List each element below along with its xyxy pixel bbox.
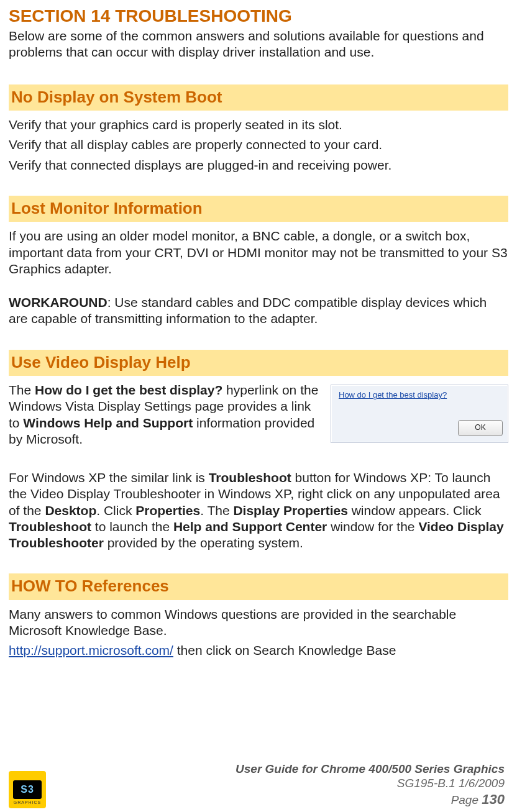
ok-button[interactable]: OK bbox=[458, 420, 503, 436]
no-display-line2: Verify that all display cables are prope… bbox=[9, 137, 508, 153]
text: For Windows XP the similar link is bbox=[9, 470, 209, 485]
lost-monitor-workaround: WORKAROUND: Use standard cables and DDC … bbox=[9, 294, 508, 327]
text: The bbox=[9, 383, 35, 397]
s3-graphics-logo: S3 GRAPHICS bbox=[9, 771, 46, 808]
howto-para1: Many answers to common Windows questions… bbox=[9, 606, 508, 639]
page-footer: S3 GRAPHICS User Guide for Chrome 400/50… bbox=[9, 752, 508, 808]
section-title: SECTION 14 TROUBLESHOOTING bbox=[9, 5, 508, 27]
ms-support-link[interactable]: http://support.microsoft.com/ bbox=[9, 643, 173, 657]
text: . Click bbox=[96, 503, 135, 518]
footer-docinfo: SG195-B.1 1/6/2009 bbox=[236, 776, 505, 791]
logo-text: S3 bbox=[13, 780, 42, 799]
vista-dialog-screenshot: How do I get the best display? OK bbox=[331, 385, 508, 443]
footer-title: User Guide for Chrome 400/500 Series Gra… bbox=[236, 762, 505, 777]
text-bold: Troubleshoot bbox=[209, 470, 291, 485]
text-bold: Properties bbox=[135, 503, 200, 518]
text: . The bbox=[200, 503, 233, 518]
howto-after-link: then click on Search Knowledge Base bbox=[173, 643, 396, 657]
text-bold: How do I get the best display? bbox=[35, 383, 222, 397]
logo-subtext: GRAPHICS bbox=[9, 800, 46, 806]
text: window for the bbox=[327, 519, 418, 534]
video-help-para2: For Windows XP the similar link is Troub… bbox=[9, 470, 508, 551]
vista-help-link[interactable]: How do I get the best display? bbox=[339, 390, 447, 399]
no-display-line1: Verify that your graphics card is proper… bbox=[9, 117, 508, 133]
no-display-line3: Verify that connected displays are plugg… bbox=[9, 157, 508, 173]
text: window appears. Click bbox=[348, 503, 482, 518]
text-bold: Help and Support Center bbox=[173, 519, 327, 534]
workaround-label: WORKAROUND bbox=[9, 295, 108, 309]
footer-page-number: 130 bbox=[482, 791, 505, 807]
howto-link-line: http://support.microsoft.com/ then click… bbox=[9, 642, 508, 659]
text-bold: Troubleshoot bbox=[9, 519, 91, 534]
text-bold: Desktop bbox=[45, 503, 96, 518]
text: provided by the operating system. bbox=[104, 536, 303, 550]
lost-monitor-para1: If you are using an older model monitor,… bbox=[9, 228, 508, 277]
text: to launch the bbox=[91, 519, 173, 534]
footer-page-label: Page bbox=[451, 793, 482, 806]
text-bold: Windows Help and Support bbox=[23, 416, 193, 430]
heading-lost-monitor: Lost Monitor Information bbox=[9, 196, 508, 222]
heading-no-display: No Display on System Boot bbox=[9, 84, 508, 111]
heading-howto-references: HOW TO References bbox=[9, 573, 508, 600]
text-bold: Display Properties bbox=[233, 503, 347, 518]
heading-video-help: Use Video Display Help bbox=[9, 350, 508, 376]
section-intro: Below are some of the common answers and… bbox=[9, 28, 508, 61]
